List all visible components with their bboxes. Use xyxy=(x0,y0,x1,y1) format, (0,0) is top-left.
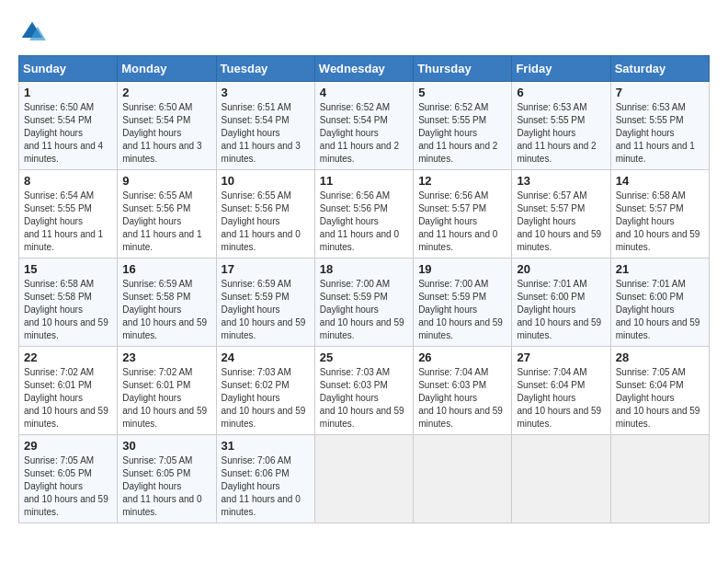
day-info: Sunrise: 6:55 AM Sunset: 5:56 PM Dayligh… xyxy=(222,190,310,254)
daylight-duration: and 11 hours and 4 minutes. xyxy=(24,141,103,164)
daylight-duration: and 11 hours and 0 minutes. xyxy=(320,229,399,252)
day-number: 4 xyxy=(320,86,408,99)
sunrise-label: Sunrise: 6:50 AM xyxy=(122,102,192,112)
daylight-duration: and 11 hours and 0 minutes. xyxy=(222,494,301,517)
day-info: Sunrise: 6:59 AM Sunset: 5:58 PM Dayligh… xyxy=(122,278,210,342)
sunrise-label: Sunrise: 6:53 AM xyxy=(616,102,686,112)
day-number: 6 xyxy=(517,86,605,99)
daylight-duration: and 11 hours and 2 minutes. xyxy=(418,141,497,164)
day-number: 26 xyxy=(418,350,506,364)
daylight-duration: and 10 hours and 59 minutes. xyxy=(616,317,700,340)
calendar-cell: 31 Sunrise: 7:06 AM Sunset: 6:06 PM Dayl… xyxy=(216,435,314,523)
sunset-label: Sunset: 6:05 PM xyxy=(24,468,92,478)
sunrise-label: Sunrise: 7:00 AM xyxy=(320,279,390,289)
day-info: Sunrise: 7:02 AM Sunset: 6:01 PM Dayligh… xyxy=(24,366,112,431)
day-number: 2 xyxy=(122,86,210,99)
daylight-duration: and 11 hours and 3 minutes. xyxy=(122,141,201,164)
calendar-cell: 26 Sunrise: 7:04 AM Sunset: 6:03 PM Dayl… xyxy=(414,347,512,435)
calendar-cell xyxy=(512,435,610,523)
calendar-cell: 20 Sunrise: 7:01 AM Sunset: 6:00 PM Dayl… xyxy=(512,259,610,347)
logo-icon xyxy=(18,18,46,46)
daylight-label: Daylight hours xyxy=(418,304,477,315)
calendar-cell: 6 Sunrise: 6:53 AM Sunset: 5:55 PM Dayli… xyxy=(512,82,610,170)
daylight-duration: and 10 hours and 59 minutes. xyxy=(517,406,601,429)
daylight-label: Daylight hours xyxy=(222,128,280,138)
daylight-label: Daylight hours xyxy=(122,128,181,138)
sunset-label: Sunset: 6:02 PM xyxy=(222,380,290,390)
day-number: 15 xyxy=(24,262,112,276)
sunset-label: Sunset: 5:59 PM xyxy=(418,292,486,302)
weekday-header-tuesday: Tuesday xyxy=(216,56,314,82)
sunset-label: Sunset: 5:55 PM xyxy=(24,203,92,213)
day-info: Sunrise: 6:53 AM Sunset: 5:55 PM Dayligh… xyxy=(616,101,704,166)
sunrise-label: Sunrise: 7:04 AM xyxy=(418,367,488,377)
daylight-label: Daylight hours xyxy=(517,304,575,315)
daylight-duration: and 10 hours and 59 minutes. xyxy=(616,229,700,252)
calendar-cell: 24 Sunrise: 7:03 AM Sunset: 6:02 PM Dayl… xyxy=(216,347,314,435)
sunrise-label: Sunrise: 7:05 AM xyxy=(24,455,94,465)
calendar-cell: 17 Sunrise: 6:59 AM Sunset: 5:59 PM Dayl… xyxy=(216,259,314,347)
weekday-header-friday: Friday xyxy=(512,56,610,82)
weekday-header-saturday: Saturday xyxy=(610,56,709,82)
calendar-cell: 7 Sunrise: 6:53 AM Sunset: 5:55 PM Dayli… xyxy=(610,82,709,170)
daylight-label: Daylight hours xyxy=(616,216,675,226)
sunset-label: Sunset: 5:56 PM xyxy=(122,203,190,213)
day-info: Sunrise: 6:57 AM Sunset: 5:57 PM Dayligh… xyxy=(517,190,605,254)
sunrise-label: Sunrise: 6:52 AM xyxy=(320,102,390,112)
daylight-duration: and 10 hours and 59 minutes. xyxy=(320,317,404,340)
day-info: Sunrise: 7:00 AM Sunset: 5:59 PM Dayligh… xyxy=(320,278,408,342)
sunset-label: Sunset: 5:56 PM xyxy=(222,203,290,213)
calendar-cell: 1 Sunrise: 6:50 AM Sunset: 5:54 PM Dayli… xyxy=(19,82,118,170)
day-number: 14 xyxy=(616,174,704,188)
calendar-week-4: 22 Sunrise: 7:02 AM Sunset: 6:01 PM Dayl… xyxy=(19,347,710,435)
sunset-label: Sunset: 6:03 PM xyxy=(320,380,388,390)
sunset-label: Sunset: 6:06 PM xyxy=(222,468,290,478)
daylight-label: Daylight hours xyxy=(222,216,280,226)
daylight-label: Daylight hours xyxy=(616,304,675,315)
sunrise-label: Sunrise: 6:54 AM xyxy=(24,190,94,201)
calendar-cell: 15 Sunrise: 6:58 AM Sunset: 5:58 PM Dayl… xyxy=(19,259,118,347)
sunrise-label: Sunrise: 6:56 AM xyxy=(418,190,488,201)
daylight-label: Daylight hours xyxy=(320,393,379,403)
day-number: 17 xyxy=(222,262,310,276)
day-number: 19 xyxy=(418,262,506,276)
day-number: 5 xyxy=(418,86,506,99)
day-info: Sunrise: 7:01 AM Sunset: 6:00 PM Dayligh… xyxy=(517,278,605,342)
calendar-cell: 27 Sunrise: 7:04 AM Sunset: 6:04 PM Dayl… xyxy=(512,347,610,435)
day-info: Sunrise: 7:05 AM Sunset: 6:05 PM Dayligh… xyxy=(24,454,112,519)
day-info: Sunrise: 6:59 AM Sunset: 5:59 PM Dayligh… xyxy=(222,278,310,342)
sunrise-label: Sunrise: 7:03 AM xyxy=(222,367,291,377)
calendar-cell xyxy=(414,435,512,523)
day-info: Sunrise: 7:05 AM Sunset: 6:04 PM Dayligh… xyxy=(616,366,704,431)
daylight-label: Daylight hours xyxy=(616,128,675,138)
day-number: 21 xyxy=(616,262,704,276)
page-header xyxy=(18,18,710,46)
daylight-label: Daylight hours xyxy=(122,481,181,491)
sunset-label: Sunset: 5:54 PM xyxy=(122,115,190,125)
calendar-cell: 21 Sunrise: 7:01 AM Sunset: 6:00 PM Dayl… xyxy=(610,259,709,347)
calendar-week-5: 29 Sunrise: 7:05 AM Sunset: 6:05 PM Dayl… xyxy=(19,435,710,523)
day-number: 12 xyxy=(418,174,506,188)
daylight-label: Daylight hours xyxy=(320,304,379,315)
day-number: 11 xyxy=(320,174,408,188)
sunset-label: Sunset: 5:57 PM xyxy=(418,203,486,213)
daylight-duration: and 10 hours and 59 minutes. xyxy=(122,406,207,429)
daylight-duration: and 10 hours and 59 minutes. xyxy=(418,317,503,340)
calendar-cell: 14 Sunrise: 6:58 AM Sunset: 5:57 PM Dayl… xyxy=(610,170,709,259)
day-number: 24 xyxy=(222,350,310,364)
daylight-label: Daylight hours xyxy=(222,481,280,491)
calendar-week-3: 15 Sunrise: 6:58 AM Sunset: 5:58 PM Dayl… xyxy=(19,259,710,347)
sunset-label: Sunset: 5:58 PM xyxy=(122,292,190,302)
day-number: 23 xyxy=(122,350,210,364)
sunrise-label: Sunrise: 7:01 AM xyxy=(616,279,686,289)
daylight-label: Daylight hours xyxy=(222,304,280,315)
calendar-cell: 18 Sunrise: 7:00 AM Sunset: 5:59 PM Dayl… xyxy=(314,259,413,347)
daylight-label: Daylight hours xyxy=(222,393,280,403)
calendar-cell: 16 Sunrise: 6:59 AM Sunset: 5:58 PM Dayl… xyxy=(118,259,216,347)
sunrise-label: Sunrise: 6:55 AM xyxy=(122,190,192,201)
calendar-cell: 11 Sunrise: 6:56 AM Sunset: 5:56 PM Dayl… xyxy=(314,170,413,259)
sunset-label: Sunset: 6:00 PM xyxy=(517,292,585,302)
day-number: 1 xyxy=(24,86,112,99)
day-info: Sunrise: 7:00 AM Sunset: 5:59 PM Dayligh… xyxy=(418,278,506,342)
sunrise-label: Sunrise: 7:05 AM xyxy=(122,455,192,465)
